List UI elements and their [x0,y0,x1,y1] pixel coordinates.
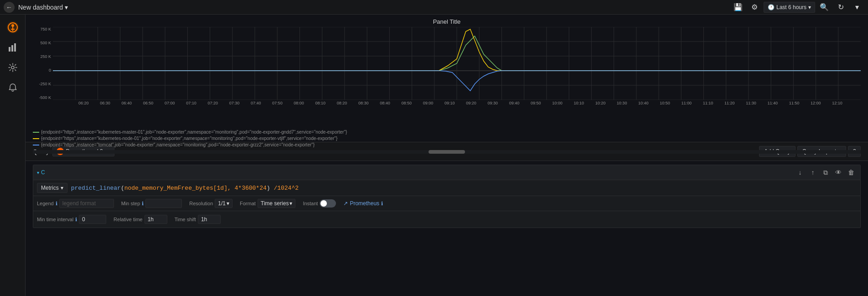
min-step-info-icon[interactable]: ℹ [142,201,144,207]
time-range-arrow: ▾ [808,4,811,10]
y-label-250k: 250 K [40,54,51,59]
y-label-minus250k: -250 K [39,82,51,86]
x-label: 10:20 [595,101,606,105]
legend-item-1[interactable]: {endpoint="https",instance="kubernetes-m… [33,129,861,135]
sidebar-settings-icon[interactable] [4,58,22,77]
refresh-button[interactable]: ↻ [833,0,848,15]
format-arrow: ▾ [289,200,292,207]
min-time-input[interactable] [79,215,106,224]
time-range-button[interactable]: 🕐 Last 6 hours ▾ [764,2,815,13]
x-label: 11:10 [703,101,713,105]
time-range-label: Last 6 hours [776,4,806,10]
x-label: 07:00 [165,101,175,105]
x-label: 08:10 [315,101,326,105]
relative-time-input[interactable] [145,215,167,224]
legend-area: {endpoint="https",instance="kubernetes-m… [26,127,868,148]
query-row-label: ▾ C [37,169,45,176]
sidebar-chart-icon[interactable] [4,38,22,57]
x-label: 11:40 [768,101,778,105]
instant-toggle[interactable] [320,199,336,208]
scrollbar-thumb[interactable] [429,150,465,154]
prometheus-link-text: Prometheus [350,200,379,207]
format-select[interactable]: Time series ▾ [258,199,296,208]
query-row-actions: ↓ ↑ ⧉ 👁 🗑 [795,167,857,178]
move-up-button[interactable]: ↑ [807,167,818,178]
time-range-clock-icon: 🕐 [768,4,775,10]
bottom-options-row: Min time interval ℹ Relative time Time s… [33,211,860,228]
move-down-button[interactable]: ↓ [795,167,806,178]
x-label: 09:20 [466,101,476,105]
legend-info-icon[interactable]: ℹ [56,201,57,207]
top-nav: ← New dashboard ▾ 💾 ⚙ 🕐 Last 6 hours ▾ 🔍… [0,0,868,15]
refresh-arrow-button[interactable]: ▾ [850,0,864,15]
content-area: Panel Title 750 K 500 K 250 K 0 -250 K -… [26,15,868,296]
relative-time-group: Relative time [114,215,167,224]
query-editor-area: Query P Prometheus-k8s ▾ Add Query Query… [26,142,868,296]
x-label: 11:50 [789,101,800,105]
query-row-header: ▾ C ↓ ↑ ⧉ 👁 🗑 [33,165,860,180]
x-label: 08:40 [380,101,390,105]
time-shift-group: Time shift [175,215,221,224]
format-label: Format [240,201,256,206]
x-label: 12:00 [811,101,821,105]
delete-button[interactable]: 🗑 [846,167,857,178]
save-button[interactable]: 💾 [731,0,745,15]
query-id-label: C [41,169,45,176]
x-label: 08:50 [402,101,412,105]
dashboard-title[interactable]: New dashboard ▾ [18,4,68,11]
time-shift-input[interactable] [198,215,221,224]
x-label: 08:00 [294,101,304,105]
panel-title: Panel Title [26,15,868,27]
duplicate-button[interactable]: ⧉ [820,167,831,178]
settings-button[interactable]: ⚙ [747,0,762,15]
sidebar [0,15,26,296]
legend-item-3[interactable]: {endpoint="https",instance="tomcat",job=… [33,142,861,148]
x-label: 12:10 [832,101,842,105]
sidebar-bell-icon[interactable] [4,78,22,97]
resolution-arrow: ▾ [227,200,229,207]
x-label: 06:40 [121,101,132,105]
legend-label: Legend [37,201,54,206]
x-label: 11:00 [682,101,692,105]
x-label: 07:30 [229,101,240,105]
legend-item-2[interactable]: {endpoint="https",instance="kubernetes-n… [33,135,861,142]
x-label: 09:00 [423,101,434,105]
legend-text-3: {endpoint="https",instance="tomcat",job=… [41,142,315,148]
x-label: 10:50 [660,101,670,105]
y-label-0: 0 [49,68,51,73]
x-label: 09:10 [444,101,455,105]
prometheus-link[interactable]: ↗ Prometheus [343,200,379,207]
chart-scrollbar[interactable] [33,150,861,154]
sidebar-grafana-logo[interactable] [4,18,22,36]
x-label: 07:40 [251,101,261,105]
x-label: 11:30 [746,101,756,105]
min-time-info-icon[interactable]: ℹ [75,217,77,223]
legend-color-2 [33,138,39,139]
collapse-arrow[interactable]: ▾ [37,170,39,175]
metrics-args-text: node_memory_MemFree_bytes[1d], 4*3600*24 [124,185,267,192]
instant-group: Instant [303,199,336,208]
legend-color-3 [33,145,39,145]
back-button[interactable]: ← [4,2,15,13]
svg-rect-7 [14,43,16,52]
x-label: 06:50 [143,101,154,105]
toggle-visibility-button[interactable]: 👁 [833,167,844,178]
min-step-input[interactable] [145,199,182,208]
metrics-expression[interactable]: predict_linear(node_memory_MemFree_bytes… [71,185,857,192]
metrics-row: Metrics ▾ predict_linear(node_memory_Mem… [33,180,860,196]
svg-point-2 [11,24,14,27]
x-label: 09:40 [509,101,520,105]
query-row-c: ▾ C ↓ ↑ ⧉ 👁 🗑 Metrics ▾ [33,165,861,228]
svg-point-8 [11,66,14,69]
x-axis: 06:20 06:30 06:40 06:50 07:00 07:10 07:2… [53,100,861,105]
x-label: 10:30 [617,101,627,105]
prometheus-icon: ↗ [343,200,348,207]
dashboard-title-arrow: ▾ [65,4,68,11]
x-label: 07:50 [272,101,283,105]
resolution-select[interactable]: 1/1 ▾ [215,199,232,208]
search-button[interactable]: 🔍 [817,0,832,15]
legend-input[interactable] [59,199,114,208]
metrics-button[interactable]: Metrics ▾ [37,183,67,193]
metrics-suffix-text: /1024^2 [270,185,299,192]
prometheus-info-icon[interactable]: ℹ [381,201,383,207]
